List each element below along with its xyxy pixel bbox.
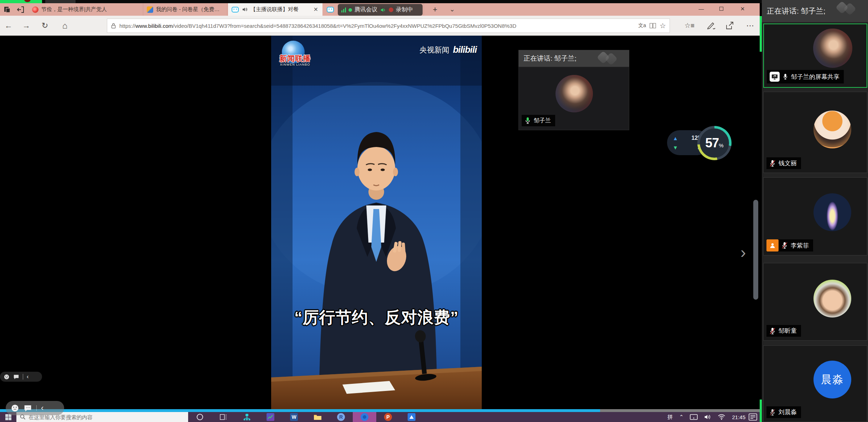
windows-taskbar: W R P 拼 ⌃ 21:45: [0, 412, 760, 422]
participant-tile-screenshare[interactable]: 邹子兰的屏幕共享: [763, 24, 867, 88]
tab-bilibili-active[interactable]: 【主播说联播】对餐 ✕: [228, 3, 322, 16]
task-view-icon[interactable]: [212, 412, 235, 422]
speaking-toast-window[interactable]: 正在讲话: 邹子兰; 邹子兰: [518, 50, 629, 130]
web-note-pen-icon[interactable]: [707, 21, 716, 30]
bilibili-favicon: [327, 7, 334, 12]
mic-muted-icon: [769, 408, 776, 416]
back-button[interactable]: ←: [3, 20, 14, 31]
wemeet-logo-mark: [837, 3, 862, 14]
tabs-set-aside-icon[interactable]: [3, 5, 11, 14]
hidden-icons-chevron[interactable]: ⌃: [679, 414, 684, 420]
blue-app-icon[interactable]: [400, 412, 423, 422]
collapse-arrow-icon[interactable]: ‹: [27, 373, 29, 380]
next-chevron-icon[interactable]: ›: [740, 244, 753, 261]
wifi-icon[interactable]: [718, 414, 725, 420]
collapse-arrow-icon[interactable]: ‹: [41, 403, 43, 413]
mic-on-icon: [782, 73, 788, 80]
participant-tile[interactable]: 李紫菲: [763, 177, 867, 255]
new-tab-button[interactable]: +: [430, 5, 440, 14]
action-center-icon[interactable]: [748, 413, 758, 421]
recording-label: 录制中: [396, 6, 413, 14]
file-explorer-icon[interactable]: [306, 412, 329, 422]
ime-indicator[interactable]: 拼: [667, 414, 673, 421]
favorite-star-icon[interactable]: ☆: [660, 21, 666, 30]
meeting-app-name: 腾讯会议: [355, 6, 377, 14]
close-button[interactable]: ✕: [735, 3, 750, 15]
usage-gauge: 57 %: [697, 126, 732, 160]
forward-button[interactable]: →: [21, 20, 32, 31]
url-text: https://www.bilibili.com/video/BV1qh411d…: [119, 23, 635, 29]
set-tabs-aside-icon[interactable]: [16, 5, 25, 14]
reaction-toolbar-small[interactable]: ‹: [0, 372, 42, 382]
divider: [23, 374, 23, 380]
participant-tile[interactable]: 钱文丽: [763, 92, 867, 173]
video-player[interactable]: 新闻联播 XINWEN LIANBO 央视新闻 bilibili “厉行节约、反…: [271, 36, 482, 409]
desktop: 节俭，是一种境界|共产党人 我的问卷 - 问卷星（免费版） 【主播说联播】对餐 …: [0, 0, 868, 422]
share-icon[interactable]: [725, 21, 735, 30]
background-window-fragment: [45, 0, 76, 3]
speaker-name-chip: 邹子兰: [522, 115, 555, 126]
refresh-button[interactable]: ↻: [39, 20, 51, 31]
minimize-button[interactable]: —: [693, 3, 709, 15]
participant-tile[interactable]: 邹昕童: [763, 263, 867, 341]
r-app-icon[interactable]: R: [329, 412, 353, 422]
network-signal-icon: [341, 7, 346, 12]
mic-on-icon: [525, 117, 531, 124]
mic-muted-icon: [769, 159, 776, 167]
participant-avatar: [813, 280, 851, 317]
participant-name-chip: 钱文丽: [766, 157, 801, 169]
powerpoint-icon[interactable]: P: [376, 412, 400, 422]
meeting-app-icon-active[interactable]: [353, 412, 376, 422]
reaction-toolbar-large[interactable]: ‹: [6, 401, 64, 415]
chat-bubble-icon[interactable]: [13, 374, 19, 380]
maximize-button[interactable]: [713, 3, 729, 15]
page-content: 新闻联播 XINWEN LIANBO 央视新闻 bilibili “厉行节约、反…: [0, 36, 760, 409]
participant-name-chip: 李紫菲: [766, 239, 813, 251]
video-subtitle: “厉行节约、反对浪费”: [271, 307, 482, 328]
browser-window: 节俭，是一种境界|共产党人 我的问卷 - 问卷星（免费版） 【主播说联播】对餐 …: [0, 3, 760, 412]
tablet-icon[interactable]: [690, 414, 698, 420]
speaker-video-tile: 邹子兰: [518, 67, 629, 130]
download-arrow-icon: ▼: [673, 144, 678, 151]
scrollbar-thumb[interactable]: [753, 200, 758, 300]
participant-tile[interactable]: 晨淼 刘晨淼: [763, 345, 867, 422]
participant-name-chip: 邹子兰的屏幕共享: [767, 70, 844, 83]
emoji-icon[interactable]: [4, 374, 10, 380]
tab-wenjuanxing[interactable]: 我的问卷 - 问卷星（免费版）: [143, 3, 227, 16]
emoji-icon[interactable]: [11, 404, 19, 412]
lock-icon: [111, 22, 116, 29]
tab-jiejian[interactable]: 节俭，是一种境界|共产党人: [29, 3, 143, 16]
cortana-icon[interactable]: [188, 412, 212, 422]
participant-avatar-initials: 晨淼: [813, 361, 851, 398]
wemeet-logo-mark: [599, 53, 624, 64]
address-bar[interactable]: https://www.bilibili.com/video/BV1qh411d…: [107, 19, 670, 33]
translate-icon[interactable]: 文a: [638, 22, 646, 29]
online-status-dot: [348, 8, 352, 12]
tencent-meeting-status-bar[interactable]: 腾讯会议 录制中: [338, 4, 423, 16]
progress-fill: [0, 409, 600, 412]
clock[interactable]: 21:45: [732, 414, 745, 420]
network-monitor-widget[interactable]: ▲125K/s ▼2K/s 57 %: [667, 126, 731, 162]
participant-avatar: [813, 193, 851, 231]
stock-chart-app-icon[interactable]: [259, 412, 282, 422]
tab2-favicon: [147, 6, 153, 13]
participant-avatar: [813, 29, 852, 68]
reading-view-icon[interactable]: [649, 22, 656, 29]
sidebar-speaking-header: 正在讲话: 邹子兰;: [762, 0, 868, 22]
tab2-title: 我的问卷 - 问卷星（免费版）: [156, 6, 223, 13]
chat-bubble-icon[interactable]: [24, 405, 32, 412]
tab-dropdown-button[interactable]: ⌄: [448, 5, 457, 14]
diagram-app-icon[interactable]: [235, 412, 259, 422]
participant-avatar: [813, 111, 851, 148]
tab-audio-icon: [242, 6, 248, 12]
hub-favorites-icon[interactable]: ☆≡: [683, 20, 696, 31]
tab3-title: 【主播说联播】对餐: [250, 6, 310, 13]
tab-close-icon[interactable]: ✕: [313, 6, 319, 13]
word-icon[interactable]: W: [282, 412, 306, 422]
background-window-strip: [0, 0, 868, 3]
settings-more-icon[interactable]: ⋯: [744, 20, 756, 31]
volume-icon[interactable]: [704, 414, 711, 420]
video-progress-bar[interactable]: [0, 409, 760, 412]
home-button[interactable]: ⌂: [59, 20, 71, 31]
speaker-avatar: [556, 75, 593, 112]
